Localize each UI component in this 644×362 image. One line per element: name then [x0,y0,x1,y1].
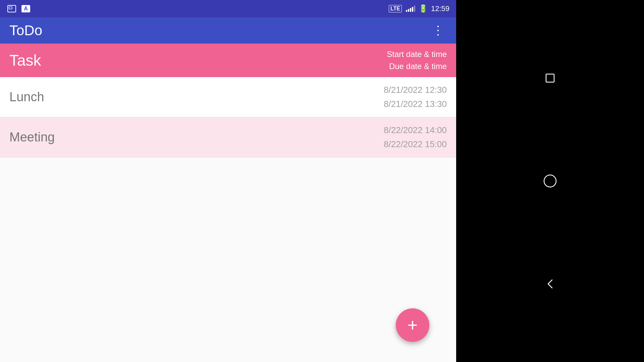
task-dates: 8/22/2022 14:00 8/22/2022 15:00 [384,123,447,151]
content-area: + [0,158,456,362]
status-bar: A LTE 🔋 12:59 [0,0,456,17]
left-status-icons: A [7,4,31,14]
svg-rect-1 [9,7,12,9]
app-toolbar: ToDo ⋮ [0,17,456,44]
svg-point-3 [544,175,556,187]
recent-apps-button[interactable] [540,68,560,88]
signal-strength-icon [406,6,415,12]
battery-icon: 🔋 [419,4,428,13]
phone-screen: A LTE 🔋 12:59 ToDo ⋮ Task Start date & t… [0,0,456,362]
task-dates: 8/21/2022 12:30 8/21/2022 13:30 [384,83,447,111]
task-start-date: 8/21/2022 12:30 [384,83,447,97]
task-start-date: 8/22/2022 14:00 [384,123,447,137]
hardware-nav-bar [456,0,644,362]
app-title: ToDo [9,22,42,39]
task-name: Meeting [9,130,384,144]
a-icon: A [21,4,31,14]
task-due-date: 8/22/2022 15:00 [384,137,447,152]
column-dates-header: Start date & time Due date & time [387,48,447,72]
table-header: Task Start date & time Due date & time [0,44,456,77]
home-button[interactable] [540,171,560,191]
overflow-menu-button[interactable]: ⋮ [429,22,447,39]
task-name: Lunch [9,90,384,104]
due-date-header: Due date & time [389,60,447,72]
task-due-date: 8/21/2022 13:30 [384,97,447,111]
add-task-button[interactable]: + [396,308,429,342]
sim-card-icon [7,4,17,14]
svg-rect-2 [546,74,554,82]
column-task-header: Task [9,51,387,69]
table-row[interactable]: Lunch 8/21/2022 12:30 8/21/2022 13:30 [0,77,456,117]
back-button[interactable] [540,274,560,294]
lte-label: LTE [389,5,402,12]
right-status-icons: LTE 🔋 12:59 [389,4,449,13]
status-time: 12:59 [431,4,449,13]
table-row[interactable]: Meeting 8/22/2022 14:00 8/22/2022 15:00 [0,117,456,158]
start-date-header: Start date & time [387,48,447,60]
